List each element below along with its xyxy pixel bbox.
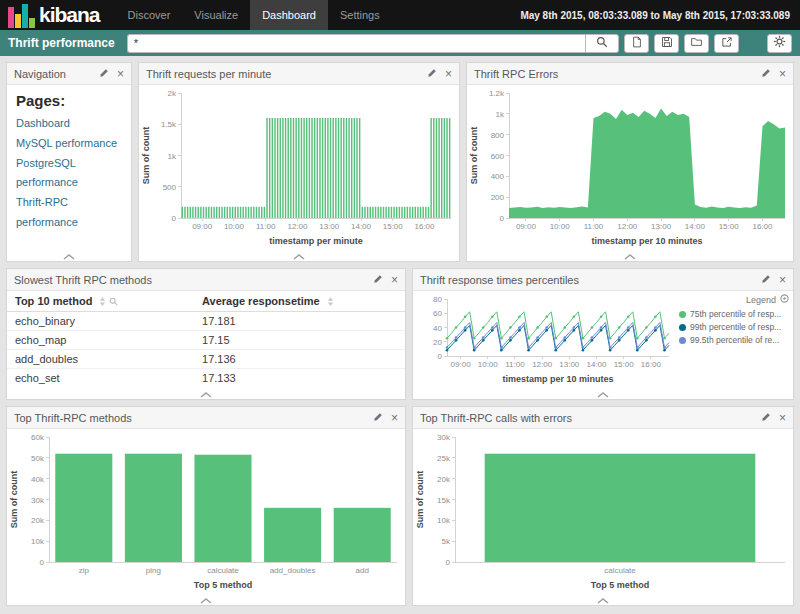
close-panel-button[interactable]: × (445, 68, 452, 80)
panel-header: Top Thrift-RPC calls with errors × (413, 407, 793, 429)
svg-text:12:00: 12:00 (532, 360, 553, 369)
save-dashboard-button[interactable] (654, 34, 679, 53)
time-range-picker[interactable]: May 8th 2015, 08:03:33.089 to May 8th 20… (520, 10, 800, 21)
svg-text:13:00: 13:00 (559, 360, 580, 369)
top-navbar: kibana Discover Visualize Dashboard Sett… (0, 0, 800, 30)
nav-link-dashboard[interactable]: Dashboard (16, 114, 122, 134)
rpc-errors-chart[interactable]: 02004006008001k1.2kSum of counttimestamp… (467, 85, 793, 248)
close-panel-button[interactable]: × (779, 68, 786, 80)
edit-panel-button[interactable] (761, 412, 771, 424)
svg-text:1k: 1k (168, 152, 177, 161)
pencil-icon (99, 68, 109, 80)
svg-text:200: 200 (491, 193, 505, 202)
legend-toggle-icon[interactable] (780, 294, 789, 305)
svg-text:20k: 20k (31, 516, 45, 525)
collapse-panel-button[interactable] (139, 248, 459, 261)
collapse-panel-button[interactable] (7, 592, 405, 605)
legend-item[interactable]: 99.5th percentile of re... (679, 334, 789, 347)
nav-link-mysql-performance[interactable]: MySQL performance (16, 134, 122, 154)
pencil-icon (427, 68, 437, 80)
panel-top-thrift-rpc-methods: Top Thrift-RPC methods × 010k20k30k40k50… (6, 406, 406, 606)
legend-item[interactable]: 99th percentile of resp... (679, 321, 789, 334)
collapse-panel-button[interactable] (7, 386, 405, 399)
panel-title: Slowest Thrift RPC methods (14, 274, 152, 286)
edit-panel-button[interactable] (761, 274, 771, 286)
percentiles-chart[interactable]: 020406080timestamp per 10 minutes09:0010… (413, 291, 677, 386)
svg-text:Sum of count: Sum of count (9, 471, 19, 529)
svg-text:0: 0 (172, 214, 177, 223)
search-input[interactable] (127, 34, 585, 53)
nav-item-discover[interactable]: Discover (116, 0, 183, 30)
legend-dot-icon (679, 337, 686, 344)
chevron-up-icon (63, 246, 75, 264)
panel-header: Thrift requests per minute × (139, 63, 459, 85)
column-header-avg-responsetime[interactable]: Average responsetime (194, 291, 405, 312)
new-dashboard-button[interactable] (624, 34, 649, 53)
close-panel-button[interactable]: × (391, 412, 398, 424)
top-errors-chart[interactable]: 05k10k15k20k25k30kSum of countTop 5 meth… (413, 429, 793, 592)
top-methods-chart[interactable]: 010k20k30k40k50k60kSum of countTop 5 met… (7, 429, 405, 592)
svg-text:calculate: calculate (604, 566, 636, 575)
main-nav: Discover Visualize Dashboard Settings (116, 0, 392, 30)
panel-title: Thrift response times percentiles (420, 274, 579, 286)
collapse-panel-button[interactable] (413, 592, 793, 605)
svg-text:60k: 60k (31, 433, 45, 442)
legend-label: 99th percentile of resp... (690, 321, 781, 334)
legend-title: Legend (746, 295, 776, 305)
svg-text:1.2k: 1.2k (489, 89, 505, 98)
svg-text:80: 80 (433, 295, 442, 304)
edit-panel-button[interactable] (373, 274, 383, 286)
svg-text:400: 400 (491, 172, 505, 181)
table-row: echo_binary17.181 (7, 312, 405, 331)
svg-text:15:00: 15:00 (719, 222, 740, 231)
svg-text:0: 0 (446, 558, 451, 567)
search-button[interactable] (585, 34, 619, 53)
svg-text:16:00: 16:00 (752, 222, 773, 231)
svg-text:add_doubles: add_doubles (270, 566, 316, 575)
close-icon: × (779, 274, 786, 286)
close-panel-button[interactable]: × (117, 68, 124, 80)
nav-link-postgresql-performance[interactable]: PostgreSQL performance (16, 154, 122, 194)
svg-text:zip: zip (79, 566, 90, 575)
nav-item-settings[interactable]: Settings (328, 0, 392, 30)
column-header-method[interactable]: Top 10 method (7, 291, 194, 312)
panel-title: Top Thrift-RPC methods (14, 412, 132, 424)
edit-panel-button[interactable] (761, 68, 771, 80)
collapse-panel-button[interactable] (413, 386, 793, 399)
svg-text:09:00: 09:00 (516, 222, 537, 231)
svg-text:13:00: 13:00 (651, 222, 672, 231)
svg-text:16:00: 16:00 (641, 360, 662, 369)
table-row: add_doubles17.136 (7, 350, 405, 369)
edit-panel-button[interactable] (373, 412, 383, 424)
requests-per-minute-chart[interactable]: 05001k1.5k2kSum of counttimestamp per mi… (139, 85, 459, 248)
pencil-icon (373, 412, 383, 424)
panel-title: Top Thrift-RPC calls with errors (420, 412, 572, 424)
close-panel-button[interactable]: × (779, 274, 786, 286)
nav-link-thrift-rpc-performance[interactable]: Thrift-RPC performance (16, 193, 122, 233)
edit-panel-button[interactable] (427, 68, 437, 80)
close-panel-button[interactable]: × (779, 412, 786, 424)
svg-text:10:00: 10:00 (550, 222, 571, 231)
edit-panel-button[interactable] (99, 68, 109, 80)
panel-title: Thrift requests per minute (146, 68, 271, 80)
collapse-panel-button[interactable] (467, 248, 793, 261)
close-panel-button[interactable]: × (391, 274, 398, 286)
svg-text:20: 20 (433, 338, 442, 347)
save-icon (661, 34, 673, 52)
svg-text:10k: 10k (31, 537, 45, 546)
chevron-up-icon (624, 246, 636, 264)
legend-item[interactable]: 75th percentile of resp... (679, 308, 789, 321)
load-dashboard-button[interactable] (684, 34, 709, 53)
collapse-panel-button[interactable] (7, 248, 131, 261)
close-icon: × (391, 274, 398, 286)
nav-item-dashboard[interactable]: Dashboard (250, 0, 328, 30)
svg-text:1k: 1k (496, 110, 505, 119)
dashboard-grid: Navigation × Pages: Dashboard MySQL perf… (0, 56, 800, 614)
share-dashboard-button[interactable] (714, 34, 739, 53)
options-button[interactable] (767, 34, 792, 53)
chevron-up-icon (597, 590, 609, 608)
nav-item-visualize[interactable]: Visualize (182, 0, 250, 30)
svg-text:14:00: 14:00 (351, 222, 372, 231)
svg-text:5k: 5k (442, 537, 451, 546)
kibana-logo[interactable]: kibana (0, 0, 108, 30)
